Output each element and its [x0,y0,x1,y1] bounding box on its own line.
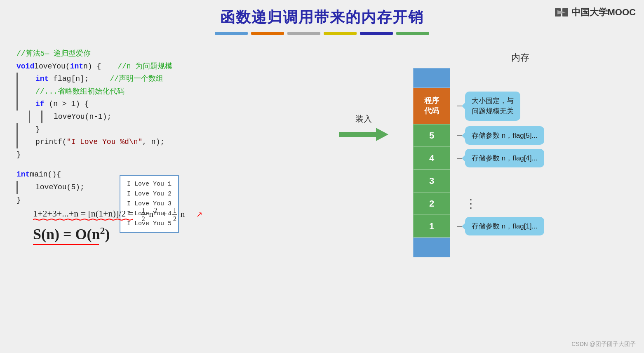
page-title: 函数递归调用带来的内存开销 [0,7,644,28]
code-main-sig: main(){ [30,168,61,181]
code-section: //算法5— 递归型爱你 void loveYou(int n) { //n 为… [16,47,397,257]
bar-2 [251,32,284,35]
svg-marker-3 [339,128,388,141]
callout-5: 存储参数 n，flag[5]... [465,126,544,145]
code-close-main: } [16,194,21,207]
code-line-main1: loveYou(5); [16,181,397,194]
bar-6 [396,32,429,35]
watermark: CSDN @团子团子大团子 [571,341,636,348]
memory-label: 内存 [413,52,628,64]
formula-line1: 1+2+3+...+n = [n(1+n)]/2 = 1 2 n2 + 1 2 … [33,207,202,223]
code-flag: flag[n]; [49,75,89,83]
output-line-2: I Love You 2 [127,189,172,199]
code-keyword-int2: int [35,75,49,83]
cell-3: 3 [413,169,450,192]
callout-row-4: 存储参数 n，flag[4]... [457,147,544,169]
load-text: 装入 [355,113,372,125]
vert-bar-1 [16,73,18,85]
code-recursive-call: loveYou(n-1); [54,111,111,123]
callout-row-3-spacer [457,169,544,192]
output-line-1: I Love You 1 [127,179,172,189]
code-line-comment1: //算法5— 递归型爱你 [16,47,397,60]
code-line-2: int flag[n]; //声明一个数组 [16,73,397,85]
cell-2: 2 [413,192,450,215]
vert-bar-2 [16,85,18,98]
cell-top-blue [413,68,450,88]
vert-bar-6 [16,123,18,136]
cell-program-text1: 程序 [424,96,439,106]
page-container: 中国大学MOOC 函数递归调用带来的内存开销 //算法5— 递归型爱你 voi [0,0,644,353]
code-if-cond: (n > 1) { [45,100,89,108]
color-bars [0,32,644,35]
callout-1: 存储参数 n，flag[1]... [465,217,544,236]
on2-superscript: 2 [100,225,105,236]
arrow-svg [339,128,388,141]
code-line-4: if (n > 1) { [16,98,397,111]
header: 函数递归调用带来的内存开销 [0,0,644,35]
code-close-fn: } [16,148,21,161]
callout-4: 存储参数 n，flag[4]... [465,149,544,168]
code-param: n) { [83,60,101,73]
formula-line2: S(n) = O(n2) [33,225,202,243]
callout-row-program: 大小固定，与问题规模无关 [457,88,544,124]
formula-sum: 1+2+3+...+n = [n(1+n)]/2 = [33,208,133,219]
code-comment-flag: //声明一个数组 [110,75,163,83]
code-loveyou-sig: loveYou( [34,60,70,73]
callout-row-5: 存储参数 n，flag[5]... [457,124,544,147]
load-arrow-group: 装入 [339,113,388,141]
bar-3 [287,32,320,35]
cell-program-code: 程序 代码 [413,88,450,124]
frac1-num: 1 [141,207,146,215]
code-comment-n: //n 为问题规模 [118,60,172,73]
vert-bar-main [16,181,18,194]
code-line-3: //...省略数组初始化代码 [16,85,397,98]
memory-stack: 程序 代码 5 4 3 2 1 [413,68,450,257]
bar-1 [215,32,248,35]
code-comment-init: //...省略数组初始化代码 [29,85,125,98]
formula-section: 1+2+3+...+n = [n(1+n)]/2 = 1 2 n2 + 1 2 … [33,207,202,245]
bar-5 [360,32,393,35]
cell-5: 5 [413,124,450,147]
frac1-den: 2 [141,215,146,223]
cell-bottom-blue [413,238,450,257]
code-line-8: } [16,148,397,161]
red-mark-arrow: ↗ [196,210,202,218]
spacer-top [457,68,544,88]
frac-1: 1 2 [141,207,146,223]
code-call-main: loveYou(5); [29,181,85,194]
code-keyword-void: void [16,60,34,73]
bar-4 [324,32,357,35]
dots-indicator: ⋮ [465,197,478,210]
memory-diagram: 程序 代码 5 4 3 2 1 [413,68,628,257]
code-keyword-if: if [35,100,45,108]
memory-section: 内存 装入 程序 代码 [413,47,628,257]
code-printf: printf("I Love You %d\n", n); [29,136,165,148]
cell-1: 1 [413,215,450,238]
superscript-2: 2 [153,207,157,215]
code-comment1: //算法5— 递归型爱你 [16,47,91,60]
code-close-if: } [29,123,40,136]
vert-bar-4 [29,111,30,123]
vert-bar-7 [16,136,18,148]
formula-underline-red [33,244,99,245]
frac-2: 1 2 [172,207,177,223]
frac2-num: 1 [172,207,177,215]
code-line-main: int main(){ [16,168,397,181]
code-line-1: void loveYou(int n) { //n 为问题规模 [16,60,397,73]
code-keyword-int-main: int [16,168,30,181]
cell-4: 4 [413,147,450,169]
vert-bar-5 [41,111,42,123]
code-keyword-int1: int [70,60,83,73]
frac2-den: 2 [172,215,177,223]
callout-program: 大小固定，与问题规模无关 [465,92,520,121]
main-content: //算法5— 递归型爱你 void loveYou(int n) { //n 为… [0,39,644,261]
cell-program-text2: 代码 [424,106,439,116]
callout-row-1: 存储参数 n，flag[1]... [457,215,544,238]
callout-column: 大小固定，与问题规模无关 存储参数 n，flag[5]... 存储参数 n，fl… [457,68,544,238]
vert-bar-3 [16,98,18,111]
callout-row-dots: ⋮ [457,192,544,215]
code-line-main-close: } [16,194,397,207]
